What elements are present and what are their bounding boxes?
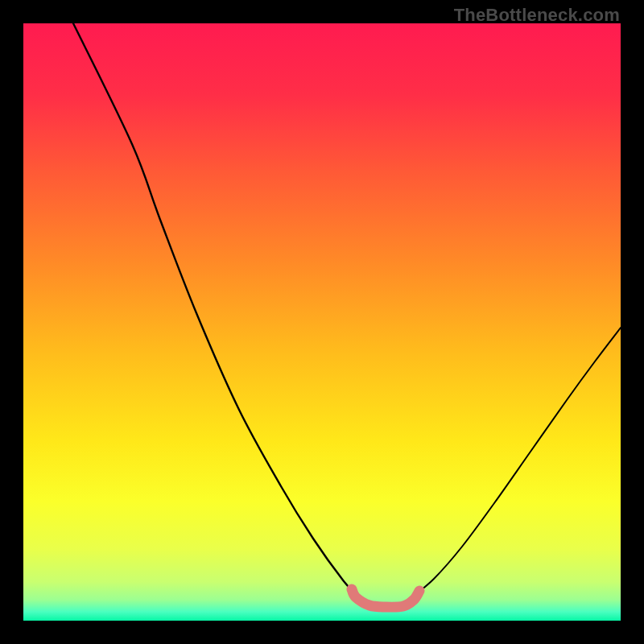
- chart-frame: TheBottleneck.com: [0, 0, 644, 644]
- curve-left: [73, 23, 358, 597]
- curve-right: [413, 328, 621, 597]
- optimal-range-marker: [352, 589, 419, 607]
- plot-area: [23, 23, 621, 621]
- curve-layer: [23, 23, 621, 621]
